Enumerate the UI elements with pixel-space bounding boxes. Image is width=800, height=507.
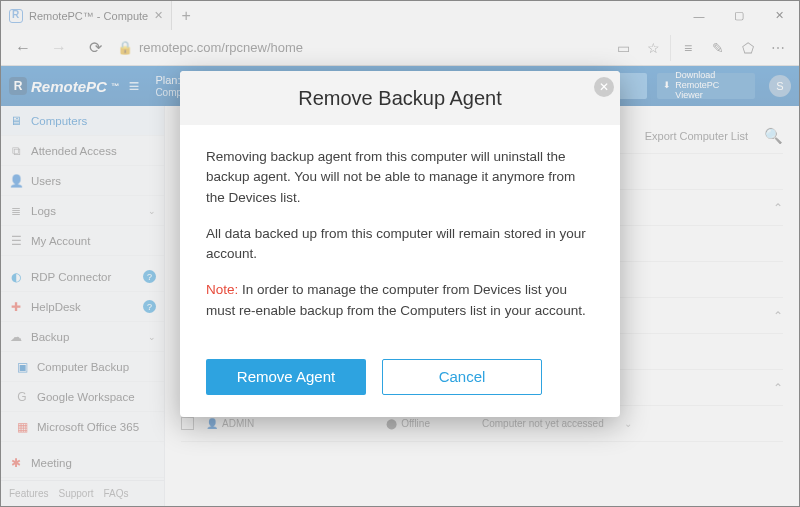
remove-backup-agent-dialog: ✕ Remove Backup Agent Removing backup ag… [180,71,620,417]
remove-agent-button[interactable]: Remove Agent [206,359,366,395]
dialog-close-button[interactable]: ✕ [594,77,614,97]
dialog-body: Removing backup agent from this computer… [180,125,620,359]
dialog-text-1: Removing backup agent from this computer… [206,147,594,208]
dialog-actions: Remove Agent Cancel [180,359,620,417]
cancel-button[interactable]: Cancel [382,359,542,395]
modal-overlay: ✕ Remove Backup Agent Removing backup ag… [1,1,799,506]
dialog-title: Remove Backup Agent [180,71,620,125]
dialog-note: Note: In order to manage the computer fr… [206,280,594,321]
dialog-text-2: All data backed up from this computer wi… [206,224,594,265]
